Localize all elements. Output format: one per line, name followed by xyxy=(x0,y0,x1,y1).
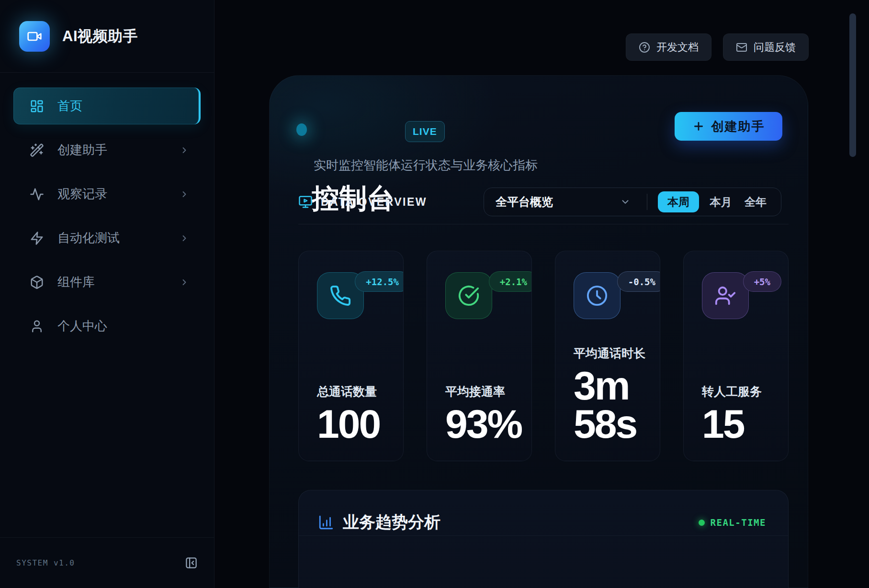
stat-card-answer-rate: +2.1% 平均接通率 93% xyxy=(427,251,532,461)
app-title: AI视频助手 xyxy=(62,26,138,46)
zap-icon xyxy=(30,231,44,245)
overview-filter-bar: 全平台概览 本周 本月 全年 xyxy=(484,188,781,216)
tab-this-week[interactable]: 本周 xyxy=(658,191,699,212)
monitor-play-icon xyxy=(298,195,313,209)
delta-badge: -0.5% xyxy=(617,271,660,292)
green-status-dot xyxy=(699,520,705,526)
stat-value-minutes: 3m xyxy=(574,367,645,405)
chevron-right-icon xyxy=(180,189,189,199)
page-subtitle: 实时监控智能体运行状态与业务核心指标 xyxy=(314,157,538,174)
clock-icon xyxy=(574,272,621,319)
chevron-right-icon xyxy=(180,277,189,287)
wand-sparkles-icon xyxy=(30,143,44,157)
divider xyxy=(299,535,788,536)
collapse-sidebar-icon[interactable] xyxy=(185,556,198,569)
sidebar-item-label: 组件库 xyxy=(57,274,95,290)
sidebar-item-create-assistant[interactable]: 创建助手 xyxy=(13,132,201,168)
realtime-status: REAL-TIME xyxy=(699,517,766,528)
create-assistant-button[interactable]: 创建助手 xyxy=(675,112,782,141)
stat-value: 15 xyxy=(702,405,774,444)
stat-label: 平均通话时长 xyxy=(574,345,645,361)
chevron-right-icon xyxy=(180,233,189,243)
scrollbar-thumb[interactable] xyxy=(849,13,856,157)
help-circle-icon xyxy=(639,42,650,53)
sidebar-item-label: 自动化测试 xyxy=(57,230,120,246)
tab-this-month[interactable]: 本月 xyxy=(708,195,734,210)
trend-header: 业务趋势分析 REAL-TIME xyxy=(318,510,766,535)
sidebar-footer: SYSTEM v1.0 xyxy=(0,537,214,588)
system-version: SYSTEM v1.0 xyxy=(16,558,75,567)
stat-card-avg-duration: -0.5% 平均通话时长 3m 58s xyxy=(555,251,660,461)
stat-label: 平均接通率 xyxy=(445,384,517,399)
user-check-icon xyxy=(702,272,749,319)
check-circle-icon xyxy=(445,272,492,319)
sidebar-nav: 首页 创建助手 观察记录 xyxy=(0,73,214,344)
stat-value-seconds: 58s xyxy=(574,405,645,444)
stat-label: 转人工服务 xyxy=(702,384,774,399)
trend-card: 业务趋势分析 REAL-TIME xyxy=(298,490,789,588)
dev-docs-button[interactable]: 开发文档 xyxy=(626,33,711,61)
divider xyxy=(298,224,789,224)
sidebar-item-component-library[interactable]: 组件库 xyxy=(13,264,201,300)
box-icon xyxy=(30,275,44,289)
platform-select[interactable]: 全平台概览 xyxy=(484,194,647,210)
time-range-tabs: 本周 本月 全年 xyxy=(647,191,781,212)
feedback-label: 问题反馈 xyxy=(754,40,796,55)
sidebar-item-label: 个人中心 xyxy=(57,318,107,334)
user-icon xyxy=(30,319,44,333)
delta-badge: +2.1% xyxy=(489,271,532,292)
status-dot xyxy=(296,123,307,136)
stat-card-human-transfer: +5% 转人工服务 15 xyxy=(683,251,789,461)
stat-cards: +12.5% 总通话数量 100 +2.1% 平均接通率 93% xyxy=(298,251,789,461)
chevron-down-icon xyxy=(620,197,631,207)
section-title: DATA OVERVIEW xyxy=(321,196,427,209)
delta-badge: +5% xyxy=(743,271,781,292)
sidebar: AI视频助手 首页 创建助手 xyxy=(0,0,214,588)
chevron-right-icon xyxy=(180,145,189,155)
sidebar-item-home[interactable]: 首页 xyxy=(13,88,201,124)
dashboard-icon xyxy=(30,99,44,113)
platform-select-value: 全平台概览 xyxy=(496,194,553,210)
mail-icon xyxy=(736,42,747,53)
sidebar-item-automation-test[interactable]: 自动化测试 xyxy=(13,220,201,256)
tab-this-year[interactable]: 全年 xyxy=(743,195,768,210)
live-badge: LIVE xyxy=(405,121,445,142)
data-overview-row: DATA OVERVIEW 全平台概览 本周 本月 全年 xyxy=(298,187,789,217)
bar-chart-icon xyxy=(318,514,334,531)
brand: AI视频助手 xyxy=(0,0,214,73)
stat-value: 3m 58s xyxy=(574,367,645,444)
stat-value: 93% xyxy=(445,405,517,444)
sidebar-item-personal-center[interactable]: 个人中心 xyxy=(13,308,201,344)
dev-docs-label: 开发文档 xyxy=(656,40,699,55)
trend-title: 业务趋势分析 xyxy=(343,511,440,533)
stat-card-total-calls: +12.5% 总通话数量 100 xyxy=(298,251,404,461)
plus-icon xyxy=(692,120,705,133)
stat-label: 总通话数量 xyxy=(317,384,389,399)
delta-badge: +12.5% xyxy=(355,271,404,292)
sidebar-item-label: 观察记录 xyxy=(57,186,107,202)
sidebar-item-observation-log[interactable]: 观察记录 xyxy=(13,176,201,212)
sidebar-item-label: 创建助手 xyxy=(57,142,107,158)
create-assistant-label: 创建助手 xyxy=(711,118,765,135)
console-panel: 控制台 LIVE 实时监控智能体运行状态与业务核心指标 创建助手 DATA OV… xyxy=(269,75,808,588)
stat-value: 100 xyxy=(317,405,389,444)
feedback-button[interactable]: 问题反馈 xyxy=(723,33,809,61)
app-window: AI视频助手 首页 创建助手 xyxy=(0,0,869,588)
activity-icon xyxy=(30,187,44,201)
main-content: 开发文档 问题反馈 控制台 LIVE 实时监控智能体运行状态与业务核心指标 创建… xyxy=(214,0,869,588)
sidebar-item-label: 首页 xyxy=(57,98,82,114)
video-camera-logo-icon xyxy=(19,21,50,52)
realtime-label: REAL-TIME xyxy=(711,517,766,528)
